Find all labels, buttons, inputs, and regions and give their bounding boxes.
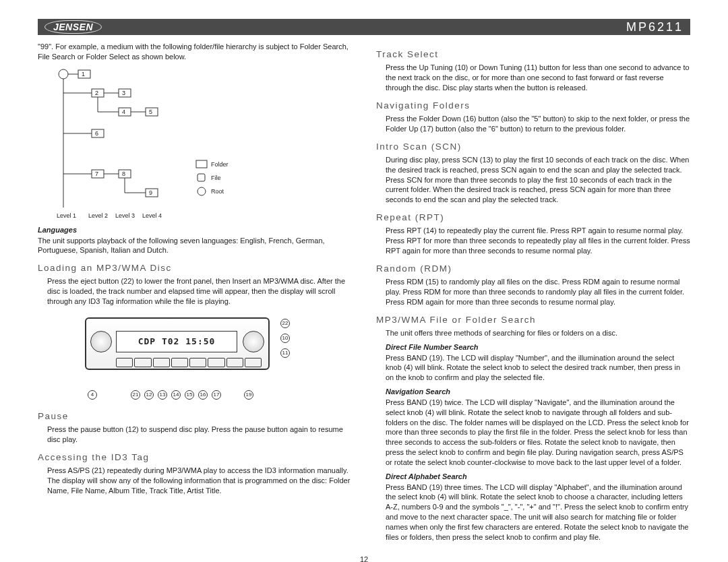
nav-folders-heading: Navigating Folders (376, 100, 690, 112)
languages-text: The unit supports playback of the follow… (38, 236, 352, 256)
svg-text:File: File (211, 175, 221, 181)
svg-text:6: 6 (95, 130, 98, 137)
callout-10: 10 (280, 334, 290, 343)
dfn-heading: Direct File Number Search (376, 342, 690, 352)
svg-text:1: 1 (82, 71, 85, 77)
nav-folders-text: Press the Folder Down (16) button (also … (376, 114, 690, 134)
dfn-text: Press BAND (19). The LCD will display "N… (376, 353, 690, 383)
svg-text:Level 4: Level 4 (142, 212, 162, 219)
svg-rect-33 (198, 174, 205, 181)
intro-text: "99". For example, a medium with the fol… (38, 42, 352, 62)
radio-faceplate-diagram: CDP T02 15:50 22 10 11 4 21 12 13 14 15 … (44, 309, 301, 404)
callout-11: 11 (280, 348, 290, 358)
callout-22: 22 (280, 319, 290, 328)
id3-text: Press AS/PS (21) repeatedly during MP3/W… (38, 466, 352, 496)
page-number: 12 (38, 555, 690, 562)
callout-15: 15 (185, 390, 194, 400)
das-heading: Direct Alphabet Search (376, 472, 690, 482)
rdm-text: Press RDM (15) to randomly play all file… (376, 277, 690, 307)
callout-19: 19 (244, 390, 253, 400)
folder-tree-diagram: 1 2 3 4 5 6 7 8 9 Folder File Root (51, 66, 226, 221)
callout-14: 14 (171, 390, 181, 400)
brand-logo: JENSEN (44, 20, 102, 34)
languages-heading: Languages (38, 225, 352, 235)
svg-text:3: 3 (122, 90, 125, 96)
rdm-heading: Random (RDM) (376, 263, 690, 275)
svg-point-0 (59, 69, 68, 79)
navs-heading: Navigation Search (376, 387, 690, 397)
callout-12: 12 (144, 390, 154, 400)
callout-13: 13 (158, 390, 167, 400)
search-intro-text: The unit offers three methods of searchi… (376, 328, 690, 338)
svg-rect-31 (196, 160, 207, 168)
model-number: MP6211 (626, 20, 684, 34)
svg-text:7: 7 (95, 170, 98, 177)
svg-text:2: 2 (95, 90, 98, 96)
loading-text: Press the eject button (22) to lower the… (38, 276, 352, 307)
loading-heading: Loading an MP3/WMA Disc (38, 262, 352, 274)
rpt-heading: Repeat (RPT) (376, 212, 690, 224)
svg-text:Folder: Folder (211, 161, 229, 168)
svg-text:Level 1: Level 1 (57, 212, 76, 219)
callout-4: 4 (88, 390, 97, 400)
left-column: "99". For example, a medium with the fol… (38, 42, 352, 544)
track-select-text: Press the Up Tuning (10) or Down Tuning … (376, 63, 690, 93)
pause-text: Press the pause button (12) to suspend d… (38, 425, 352, 445)
id3-heading: Accessing the ID3 Tag (38, 451, 352, 464)
svg-text:9: 9 (149, 189, 152, 196)
svg-point-35 (198, 187, 206, 195)
svg-text:8: 8 (122, 170, 125, 177)
radio-screen-text: CDP T02 15:50 (116, 331, 237, 352)
header-bar: JENSEN MP6211 (38, 19, 690, 35)
svg-text:Root: Root (211, 188, 224, 195)
scn-text: During disc play, press SCN (13) to play… (376, 155, 690, 205)
track-select-heading: Track Select (376, 49, 690, 61)
callout-17: 17 (212, 390, 221, 400)
navs-text: Press BAND (19) twice. The LCD will disp… (376, 398, 690, 468)
rpt-text: Press RPT (14) to repeatedly play the cu… (376, 226, 690, 256)
das-text: Press BAND (19) three times. The LCD wil… (376, 482, 690, 542)
svg-text:Level 3: Level 3 (115, 212, 135, 219)
pause-heading: Pause (38, 410, 352, 423)
callout-16: 16 (198, 390, 208, 400)
search-heading: MP3/WMA File or Folder Search (376, 314, 690, 326)
svg-text:5: 5 (149, 108, 152, 115)
svg-text:4: 4 (122, 108, 125, 115)
brand-text: JENSEN (44, 20, 102, 34)
right-column: Track Select Press the Up Tuning (10) or… (376, 42, 690, 544)
callout-21: 21 (131, 390, 140, 400)
scn-heading: Intro Scan (SCN) (376, 141, 690, 153)
svg-text:Level 2: Level 2 (88, 212, 108, 219)
